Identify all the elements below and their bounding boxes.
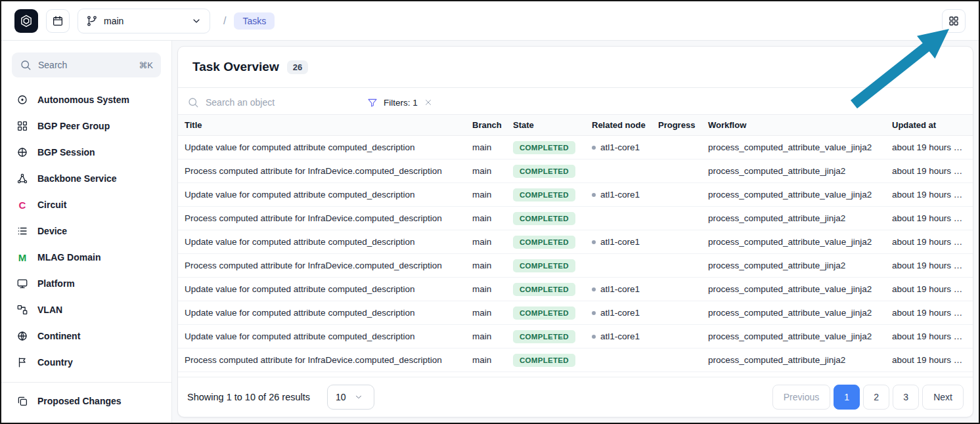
task-count-badge: 26 [287,60,308,74]
cell-branch: main [466,207,506,230]
grid-icon [948,15,960,27]
sidebar-item-label: MLAG Domain [37,252,100,263]
search-shortcut: ⌘K [139,60,153,70]
mlag-letter-icon: M [16,252,29,263]
table-row[interactable]: Update value for computed attribute comp… [178,230,973,254]
table-row[interactable]: Update value for computed attribute comp… [178,301,973,325]
sidebar-item-label: Country [37,357,73,368]
column-header-title: Title [178,115,466,136]
page-button-3[interactable]: 3 [893,385,919,410]
sidebar-item-continent[interactable]: Continent [12,323,161,349]
sidebar-item-circuit[interactable]: CCircuit [12,192,161,218]
sidebar-item-autonomous-system[interactable]: Autonomous System [12,87,161,113]
date-picker-button[interactable] [46,9,70,33]
cell-updated-at: about 19 hours ago [885,278,973,301]
cell-branch: main [466,254,506,278]
git-branch-icon [86,15,98,27]
column-header-state: State [506,115,585,136]
sidebar-item-label: Backbone Service [37,173,117,184]
app-window: main / Tasks Search ⌘K Autonomous System… [0,0,980,424]
page-button-2[interactable]: 2 [863,385,889,410]
status-badge: COMPLETED [513,165,575,178]
column-header-branch: Branch [466,115,506,136]
column-header-updated-at: Updated at [885,115,973,136]
device-icon [16,225,29,237]
sidebar-item-bgp-session[interactable]: BGP Session [12,139,161,165]
cell-related-node: atl1-core1 [585,136,652,159]
cell-state: COMPLETED [506,207,585,230]
branch-selector[interactable]: main [78,9,210,33]
table-toolbar: Filters: 1 [178,88,973,114]
filters-control[interactable]: Filters: 1 [367,97,433,108]
sidebar-item-vlan[interactable]: VLAN [12,297,161,323]
clear-filters-icon[interactable] [424,98,433,107]
cell-state: COMPLETED [506,136,585,159]
top-header: main / Tasks [1,1,979,41]
cell-state: COMPLETED [506,159,585,183]
sidebar-item-label: BGP Peer Group [37,121,110,131]
cell-title: Process computed attribute for InfraDevi… [178,159,466,183]
table-row[interactable]: Process computed attribute for InfraDevi… [178,254,973,278]
cell-progress [652,278,702,301]
sidebar-menu: Autonomous SystemBGP Peer GroupBGP Sessi… [12,87,161,375]
sidebar-item-mlag-domain[interactable]: MMLAG Domain [12,244,161,270]
status-badge: COMPLETED [513,354,575,367]
sidebar-item-label: Proposed Changes [37,396,122,406]
table-row[interactable]: Update value for computed attribute comp… [178,325,973,349]
sidebar-item-platform[interactable]: Platform [12,270,161,297]
cell-workflow: process_computed_attribute_jinja2 [702,159,885,183]
cell-updated-at: about 19 hours ago [885,207,973,230]
cell-related-node [585,207,652,230]
search-placeholder: Search [38,60,67,70]
table-row[interactable]: Process computed attribute for InfraDevi… [178,207,973,230]
sidebar-item-object-management[interactable]: Object Management [12,414,161,423]
backbone-service-icon [16,173,29,184]
apps-grid-button[interactable] [942,9,966,33]
app-logo[interactable] [14,9,38,33]
table-row[interactable]: Update value for computed attribute comp… [178,183,973,207]
cell-related-node [585,159,652,183]
autonomous-system-icon [16,94,29,106]
sidebar-item-label: Platform [37,278,75,289]
bgp-session-icon [16,146,29,158]
cell-branch: main [466,301,506,325]
infrahub-logo-icon [19,14,33,28]
sidebar-item-country[interactable]: Country [12,349,161,375]
column-header-progress: Progress [652,115,702,136]
table-row[interactable]: Process computed attribute for InfraDevi… [178,159,973,183]
status-badge: COMPLETED [513,188,575,201]
page-button-1[interactable]: 1 [834,385,860,410]
cell-branch: main [466,159,506,183]
cell-related-node [585,254,652,278]
cell-state: COMPLETED [506,349,585,372]
table-row[interactable]: Update value for computed attribute comp… [178,278,973,301]
calendar-icon [52,15,64,27]
cell-workflow: process_computed_attribute_value_jinja2 [702,325,885,349]
filters-label: Filters: 1 [384,98,418,108]
sidebar-item-proposed-changes[interactable]: Proposed Changes [12,388,161,414]
table-row[interactable]: Process computed attribute for InfraDevi… [178,349,973,372]
cell-related-node [585,349,652,372]
cell-state: COMPLETED [506,301,585,325]
search-icon [20,59,32,71]
cell-branch: main [466,230,506,254]
sidebar-item-bgp-peer-group[interactable]: BGP Peer Group [12,113,161,139]
cell-related-node: atl1-core1 [585,230,652,254]
object-search-input[interactable] [206,97,330,108]
page-size-select[interactable]: 10 [327,385,374,410]
cell-workflow: process_computed_attribute_value_jinja2 [702,183,885,207]
sidebar-search[interactable]: Search ⌘K [12,53,161,77]
breadcrumb-tasks[interactable]: Tasks [234,12,275,30]
previous-page-button[interactable]: Previous [772,385,830,410]
sidebar-item-backbone-service[interactable]: Backbone Service [12,165,161,192]
sidebar-item-label: Autonomous System [37,95,129,105]
cell-progress [652,349,702,372]
status-badge: COMPLETED [513,236,575,249]
next-page-button[interactable]: Next [922,385,964,410]
cell-workflow: process_computed_attribute_jinja2 [702,207,885,230]
search-icon [187,96,199,108]
table-header-row: TitleBranchStateRelated nodeProgressWork… [178,115,973,136]
table-row[interactable]: Update value for computed attribute comp… [178,136,973,159]
cell-updated-at: about 19 hours ago [885,349,973,372]
sidebar-item-device[interactable]: Device [12,218,161,244]
